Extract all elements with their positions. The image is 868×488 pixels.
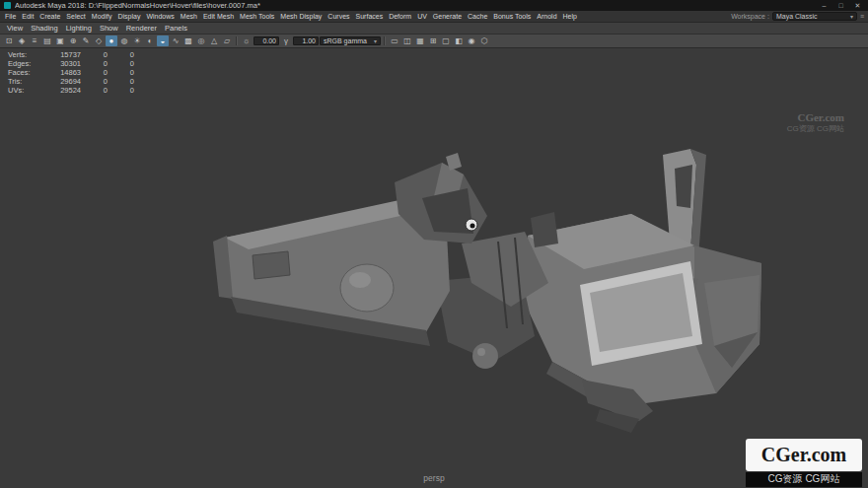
menu-item[interactable]: UV xyxy=(414,11,430,22)
menu-item[interactable]: Mesh xyxy=(178,11,200,22)
menu-item[interactable]: File xyxy=(2,11,19,22)
textured-icon[interactable]: ◍ xyxy=(118,35,130,46)
hud-total: 14863 xyxy=(37,68,81,77)
hud-col3: 0 xyxy=(108,59,134,68)
lock-camera-icon[interactable]: ◈ xyxy=(16,35,28,46)
isolate-select-icon[interactable]: △ xyxy=(208,35,220,46)
hud-col3: 0 xyxy=(108,68,134,77)
menu-item[interactable]: Arnold xyxy=(534,11,559,22)
close-button[interactable]: ✕ xyxy=(849,0,866,11)
hud-total: 29524 xyxy=(37,86,81,95)
brand-caption: CG资源 CG网站 xyxy=(746,472,862,487)
film-gate-icon[interactable]: ◫ xyxy=(401,35,413,46)
brand-text: CGer.com xyxy=(761,444,846,466)
wireframe-icon[interactable]: ◇ xyxy=(93,35,105,46)
object-details-icon[interactable]: ⬡ xyxy=(478,35,490,46)
select-camera-icon[interactable]: ⊡ xyxy=(3,35,15,46)
multisample-aa-icon[interactable]: ▩ xyxy=(182,35,194,46)
chevron-down-icon: ▾ xyxy=(374,37,377,44)
viewport-canvas[interactable] xyxy=(0,48,868,488)
brand-logo: CGer.com xyxy=(746,439,862,471)
panel-menu-item[interactable]: Renderer xyxy=(122,24,161,33)
toolbar-separator xyxy=(384,36,386,45)
hud-label: UVs: xyxy=(8,86,37,95)
hud-total: 30301 xyxy=(37,59,81,68)
camera-attributes-icon[interactable]: ≡ xyxy=(29,35,40,46)
panel-menu-item[interactable]: View xyxy=(3,24,27,33)
minimize-button[interactable]: – xyxy=(816,0,832,11)
hover-vehicle-model[interactable] xyxy=(213,149,761,433)
bookmarks-icon[interactable]: ▤ xyxy=(41,35,53,46)
poly-count-hud: Verts: 15737 0 0 Edges: 30301 0 0 Faces:… xyxy=(8,50,134,95)
exposure-icon[interactable]: ☼ xyxy=(241,35,253,46)
workspace-label: Workspace : xyxy=(731,13,769,20)
menu-item[interactable]: Mesh Tools xyxy=(237,11,277,22)
image-plane-icon[interactable]: ▣ xyxy=(54,35,66,46)
xray-icon[interactable]: ▱ xyxy=(221,35,233,46)
menu-item[interactable]: Generate xyxy=(430,11,465,22)
hud-col3: 0 xyxy=(108,50,134,59)
workspace-selector[interactable]: Maya Classic ▾ xyxy=(772,12,857,21)
menu-item[interactable]: Display xyxy=(114,11,143,22)
screen-space-ao-icon[interactable]: ◒ xyxy=(157,35,169,46)
motion-blur-icon[interactable]: ∿ xyxy=(170,35,181,46)
view-transform-value: sRGB gamma xyxy=(324,37,367,44)
menu-item[interactable]: Mesh Display xyxy=(277,11,325,22)
use-all-lights-icon[interactable]: ☀ xyxy=(131,35,143,46)
workspace-area: Workspace : Maya Classic ▾ ≡ xyxy=(731,12,866,21)
camera-name-label: persp xyxy=(423,473,444,483)
hud-col2: 0 xyxy=(81,59,108,68)
shadows-icon[interactable]: ◐ xyxy=(144,35,156,46)
maya-window: Autodesk Maya 2018: D:\FlippedNormalsHov… xyxy=(0,0,868,488)
panel-menu-item[interactable]: Shading xyxy=(27,24,62,33)
menu-item[interactable]: Surfaces xyxy=(353,11,387,22)
hud-label: Faces: xyxy=(8,68,37,77)
menu-item[interactable]: Modify xyxy=(89,11,115,22)
menu-item[interactable]: Windows xyxy=(143,11,177,22)
menu-item[interactable]: Deform xyxy=(386,11,414,22)
hud-col2: 0 xyxy=(81,77,108,86)
menu-item[interactable]: Cache xyxy=(465,11,490,22)
gamma-icon[interactable]: γ xyxy=(280,35,292,46)
safe-title-icon[interactable]: ◧ xyxy=(453,35,465,46)
shaded-icon[interactable]: ● xyxy=(106,35,117,46)
hud-col3: 0 xyxy=(108,86,134,95)
grease-pencil-icon[interactable]: ✎ xyxy=(80,35,92,46)
hud-row: Faces: 14863 0 0 xyxy=(8,68,134,77)
hud-col2: 0 xyxy=(81,50,108,59)
field-chart-icon[interactable]: ⊞ xyxy=(427,35,439,46)
heads-up-display-icon[interactable]: ◉ xyxy=(466,35,477,46)
maximize-button[interactable]: □ xyxy=(832,0,849,11)
menu-item[interactable]: Edit Mesh xyxy=(200,11,237,22)
watermark-brand: CGer.com CG资源 CG网站 xyxy=(746,439,862,487)
panel-menu-bar: ViewShadingLightingShowRendererPanels xyxy=(0,23,868,35)
toolbar-icons-left: ⊡◈≡▤▣⊕✎◇●◍☀◐◒∿▩◎△▱ xyxy=(3,35,233,46)
maya-logo-icon xyxy=(4,2,11,9)
menu-item[interactable]: Create xyxy=(36,11,63,22)
exposure-field[interactable]: 0.00 xyxy=(253,36,279,45)
viewport-watermark: CGer.com CG资源 CG网站 xyxy=(787,111,844,134)
hud-label: Edges: xyxy=(8,59,37,68)
workspace-menu-icon[interactable]: ≡ xyxy=(860,13,864,20)
menu-item[interactable]: Curves xyxy=(325,11,352,22)
viewport[interactable]: Verts: 15737 0 0 Edges: 30301 0 0 Faces:… xyxy=(0,48,868,488)
gate-mask-icon[interactable]: ▦ xyxy=(414,35,426,46)
menu-item[interactable]: Edit xyxy=(19,11,36,22)
hud-row: Verts: 15737 0 0 xyxy=(8,50,134,59)
viewport-watermark-line2: CG资源 CG网站 xyxy=(787,123,844,134)
safe-action-icon[interactable]: ▢ xyxy=(440,35,452,46)
panel-menu-item[interactable]: Show xyxy=(96,24,122,33)
menu-item[interactable]: Select xyxy=(63,11,88,22)
hud-row: Edges: 30301 0 0 xyxy=(8,59,134,68)
resolution-gate-icon[interactable]: ▭ xyxy=(389,35,400,46)
menu-item[interactable]: Bonus Tools xyxy=(490,11,534,22)
panel-menu-item[interactable]: Panels xyxy=(161,24,191,33)
gamma-field[interactable]: 1.00 xyxy=(293,36,319,45)
view-transform-select[interactable]: sRGB gamma ▾ xyxy=(320,36,381,45)
menu-item[interactable]: Help xyxy=(560,11,580,22)
panel-menu-item[interactable]: Lighting xyxy=(62,24,96,33)
depth-of-field-icon[interactable]: ◎ xyxy=(195,35,207,46)
hud-row: UVs: 29524 0 0 xyxy=(8,86,134,95)
two-d-pan-zoom-icon[interactable]: ⊕ xyxy=(67,35,79,46)
hud-row: Tris: 29694 0 0 xyxy=(8,77,134,86)
